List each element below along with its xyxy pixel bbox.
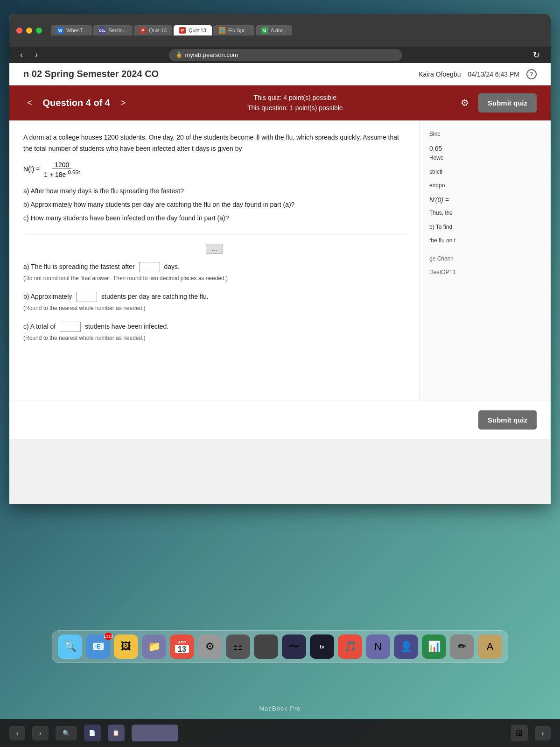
dock-item-siri[interactable]: N — [366, 634, 390, 659]
formula-fraction: 1200 1 + 18e-0.65t — [42, 161, 82, 178]
taskbar-blank[interactable] — [132, 725, 178, 741]
tab-icon-g: G — [261, 27, 268, 34]
dock-item-photos[interactable]: 🖼 — [114, 634, 138, 659]
formula-exponent: -0.65t — [66, 169, 80, 175]
tab-quiz13-2[interactable]: P Quiz 13 — [174, 25, 212, 35]
tab-label-flu: Flu Spr... — [228, 28, 249, 33]
tab-label-ador: A dor... — [271, 28, 287, 33]
taskbar: ‹ › 🔍 📄 📋 ⊞ › — [0, 719, 560, 747]
answer-line-a: a) The flu is spreading the fastest afte… — [23, 261, 406, 273]
taskbar-share-btn[interactable]: ⊞ — [511, 725, 528, 741]
dock-item-appgrid[interactable]: ⚏ — [226, 634, 250, 659]
question-text: A dorm at a college houses 1200 students… — [23, 132, 406, 155]
answer-a-pre: a) The flu is spreading the fastest afte… — [23, 263, 135, 270]
answer-input-a[interactable] — [139, 262, 160, 272]
dock-item-person[interactable]: 👤 — [394, 634, 418, 659]
section-divider — [23, 234, 406, 234]
taskbar-forward-btn[interactable]: › — [32, 726, 48, 740]
tab-list: W WhenT... D2L Sectio... P Quiz 13 P Qui… — [51, 25, 544, 35]
sub-questions: a) After how many days is the flu spread… — [23, 185, 406, 225]
tab-ador[interactable]: G A dor... — [256, 25, 292, 35]
dock: 🔍 📧 1310 🖼 📁 APR 13 ⚙ ⚏ 〜 tv 🎵 N 👤 📊 ✏ A — [52, 630, 508, 663]
answer-hint-c: (Round to the nearest whole number as ne… — [23, 335, 406, 341]
refresh-button[interactable]: ↻ — [529, 49, 544, 61]
dock-item-wavform[interactable]: 〜 — [282, 634, 306, 659]
minimize-button[interactable] — [26, 28, 32, 34]
quiz-header: < Question 4 of 4 > This quiz: 4 point(s… — [9, 85, 551, 120]
close-button[interactable] — [16, 28, 22, 34]
taskbar-end-btn[interactable]: › — [535, 726, 551, 740]
tab-label-sectio: Sectio... — [108, 28, 127, 33]
dock-item-finder[interactable]: 🔍 — [58, 634, 82, 659]
help-button[interactable]: ? — [526, 69, 537, 79]
lock-icon: 🔒 — [176, 52, 182, 58]
answer-input-b[interactable] — [76, 292, 97, 302]
tab-flu-spr[interactable]: 🌐 Flu Spr... — [213, 25, 254, 35]
subq-c: c) How many students have been infected … — [23, 212, 406, 224]
tab-sectio[interactable]: D2L Sectio... — [93, 25, 133, 35]
prev-question-button[interactable]: < — [23, 97, 36, 109]
tab-icon-flu: 🌐 — [219, 27, 225, 34]
tab-quiz13-1[interactable]: P Quiz 13 — [134, 25, 172, 35]
dock-item-font[interactable]: A — [478, 634, 502, 659]
quiz-body: A dorm at a college houses 1200 students… — [9, 120, 551, 401]
subq-a: a) After how many days is the flu spread… — [23, 185, 406, 197]
sidebar-text-thus: Thus, the — [429, 209, 541, 218]
settings-button[interactable]: ⚙ — [461, 97, 469, 108]
course-topbar: n 02 Spring Semester 2024 CO Kaira Ofoeg… — [9, 63, 551, 85]
address-bar[interactable]: 🔒 mylab.pearson.com — [169, 49, 402, 61]
sidebar-text-endpo: endpo — [429, 181, 541, 190]
address-bar-row: ‹ › 🔒 mylab.pearson.com ↻ — [9, 47, 551, 63]
answer-section-a: a) The flu is spreading the fastest afte… — [23, 261, 406, 282]
dock-item-stats[interactable]: 📊 — [422, 634, 446, 659]
question-navigation: < Question 4 of 4 > — [23, 97, 130, 109]
submit-quiz-button-bottom[interactable]: Submit quiz — [478, 410, 537, 430]
sidebar-value-065: 0.65 — [429, 143, 541, 154]
quiz-main-content: A dorm at a college houses 1200 students… — [9, 120, 420, 401]
username: Kaira Ofoegbu — [419, 70, 461, 78]
ellipsis-button[interactable]: ... — [206, 244, 224, 254]
dock-item-files[interactable]: 📁 — [142, 634, 166, 659]
dock-item-pencil[interactable]: ✏ — [450, 634, 474, 659]
formula-numerator: 1200 — [52, 161, 71, 169]
tab-icon-d2l: D2L — [99, 27, 105, 34]
answer-hint-b: (Round to the nearest whole number as ne… — [23, 305, 406, 311]
answer-input-c[interactable] — [60, 322, 81, 332]
answer-line-c: c) A total of students have been infecte… — [23, 321, 406, 332]
submit-quiz-button-top[interactable]: Submit quiz — [478, 93, 537, 113]
back-button[interactable]: ‹ — [16, 49, 27, 61]
dock-item-mail[interactable]: 📧 1310 — [86, 634, 110, 659]
sidebar-text-chan: ge Chann — [429, 254, 541, 263]
taskbar-doc-2[interactable]: 📋 — [108, 725, 125, 741]
dock-item-music[interactable]: 🎵 — [338, 634, 362, 659]
browser-tabs-bar: W WhenT... D2L Sectio... P Quiz 13 P Qui… — [9, 14, 551, 47]
dock-item-appletv[interactable]: tv — [310, 634, 334, 659]
sidebar-formula-nprime: N′(0) = — [429, 195, 541, 205]
formula-display: N(t) = 1200 1 + 18e-0.65t — [23, 161, 406, 178]
dock-item-calendar[interactable]: APR 13 — [170, 634, 194, 659]
sidebar-text-sinc: Sinc — [429, 130, 541, 139]
answer-section-c: c) A total of students have been infecte… — [23, 321, 406, 341]
tab-icon-p1: P — [140, 27, 146, 34]
dock-item-settings[interactable]: ⚙ — [198, 634, 222, 659]
answer-b-post: students per day are catching the flu. — [101, 293, 209, 300]
maximize-button[interactable] — [36, 28, 42, 34]
subq-b: b) Approximately how many students per d… — [23, 199, 406, 211]
tab-label-whent: WhenT... — [66, 28, 86, 33]
tab-icon-p2: P — [179, 27, 186, 34]
dock-area: 🔍 📧 1310 🖼 📁 APR 13 ⚙ ⚏ 〜 tv 🎵 N 👤 📊 ✏ A — [0, 630, 560, 663]
tab-whent[interactable]: W WhenT... — [51, 25, 92, 35]
answer-line-b: b) Approximately students per day are ca… — [23, 291, 406, 303]
dock-item-blank1[interactable] — [254, 634, 278, 659]
quiz-points-label: This quiz: 4 point(s) possible — [247, 92, 343, 103]
forward-button[interactable]: › — [31, 49, 42, 61]
next-question-button[interactable]: > — [117, 97, 130, 109]
formula-Nt: N(t) = — [23, 165, 40, 173]
tab-icon-w: W — [57, 27, 63, 34]
sidebar-text-howe: Howe — [429, 154, 541, 162]
taskbar-back-btn[interactable]: ‹ — [9, 726, 25, 740]
url-text: mylab.pearson.com — [185, 51, 238, 58]
tab-label-quiz13-2: Quiz 13 — [189, 28, 206, 33]
taskbar-search-btn[interactable]: 🔍 — [56, 726, 77, 740]
taskbar-doc-1[interactable]: 📄 — [84, 725, 101, 741]
